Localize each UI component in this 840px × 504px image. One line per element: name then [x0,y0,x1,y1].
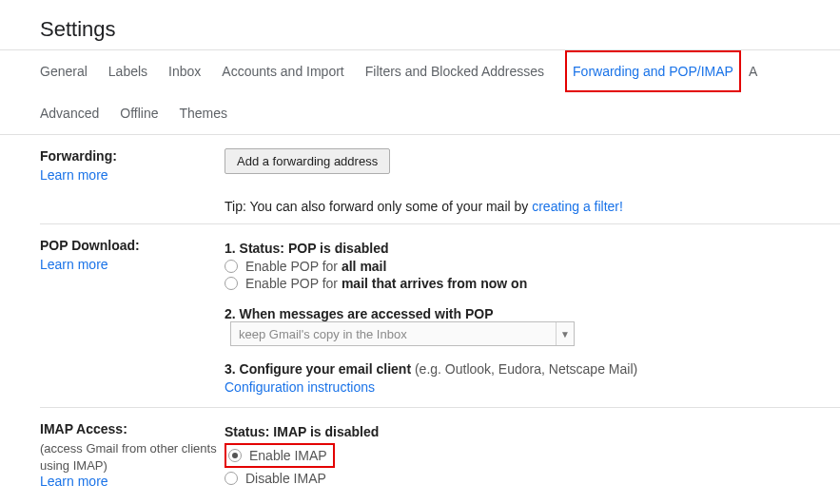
pop-status-line: 1. Status: POP is disabled [225,241,821,256]
forwarding-tip-text: Tip: You can also forward only some of y… [225,199,532,214]
forwarding-heading: Forwarding: [40,148,217,164]
pop-status-value: POP is disabled [288,241,389,256]
imap-learn-more-link[interactable]: Learn more [40,474,108,489]
highlight-forwarding-tab: Forwarding and POP/IMAP [565,50,741,92]
section-imap-access: IMAP Access: (access Gmail from other cl… [40,408,840,498]
pop-accessed-label: 2. When messages are accessed with POP [225,306,493,321]
imap-status-prefix: Status: [225,424,273,439]
imap-disable-label: Disable IMAP [245,471,326,486]
tab-accounts-import[interactable]: Accounts and Import [222,50,343,92]
pop-configure-rest: (e.g. Outlook, Eudora, Netscape Mail) [411,361,637,377]
pop-accessed-select-value: keep Gmail's copy in the Inbox [231,327,556,341]
forwarding-tip: Tip: You can also forward only some of y… [225,199,821,214]
tab-labels[interactable]: Labels [108,50,147,92]
tab-cutoff: A [749,50,757,92]
configuration-instructions-link[interactable]: Configuration instructions [225,379,375,395]
section-forwarding: Forwarding: Learn more Add a forwarding … [40,135,840,224]
pop-status-prefix: 1. Status: [225,241,288,256]
radio-icon [225,277,238,290]
imap-subnote: (access Gmail from other clients using I… [40,440,217,474]
imap-enable-row[interactable]: Enable IMAP [228,448,327,463]
pop-accessed-block: 2. When messages are accessed with POP k… [225,306,821,346]
pop-enable-new-bold: mail that arrives from now on [342,276,527,291]
tab-inbox[interactable]: Inbox [168,50,201,92]
imap-disable-row[interactable]: Disable IMAP [225,471,821,486]
pop-configure-block: 3. Configure your email client (e.g. Out… [225,361,821,395]
pop-accessed-select[interactable]: keep Gmail's copy in the Inbox ▼ [230,321,575,346]
page-title: Settings [0,0,840,49]
pop-enable-all-bold: all mail [342,259,386,274]
pop-configure-bold: 3. Configure your email client [225,361,411,377]
pop-enable-all-row[interactable]: Enable POP for all mail [225,259,821,274]
imap-heading: IMAP Access: [40,421,217,436]
pop-enable-all-prefix: Enable POP for [245,259,342,274]
imap-status-value: IMAP is disabled [273,424,379,439]
radio-icon [228,449,242,462]
tab-themes[interactable]: Themes [180,92,228,134]
radio-icon [225,260,238,273]
tab-forwarding-pop-imap[interactable]: Forwarding and POP/IMAP [573,56,733,87]
tab-filters[interactable]: Filters and Blocked Addresses [365,50,544,92]
settings-tabs: General Labels Inbox Accounts and Import… [0,49,840,135]
pop-learn-more-link[interactable]: Learn more [40,257,108,272]
radio-icon [225,472,238,485]
tab-offline[interactable]: Offline [120,92,158,134]
highlight-enable-imap: Enable IMAP [225,443,335,468]
imap-status-line: Status: IMAP is disabled [225,424,821,439]
creating-filter-link[interactable]: creating a filter! [532,199,623,214]
pop-enable-new-row[interactable]: Enable POP for mail that arrives from no… [225,276,821,291]
add-forwarding-address-button[interactable]: Add a forwarding address [225,148,390,174]
tab-advanced[interactable]: Advanced [40,92,99,134]
section-pop-download: POP Download: Learn more 1. Status: POP … [40,224,840,408]
tab-general[interactable]: General [40,50,88,92]
pop-heading: POP Download: [40,238,217,253]
chevron-down-icon: ▼ [556,322,574,345]
forwarding-learn-more-link[interactable]: Learn more [40,167,108,183]
imap-enable-label: Enable IMAP [249,448,327,463]
pop-enable-new-prefix: Enable POP for [245,276,342,291]
